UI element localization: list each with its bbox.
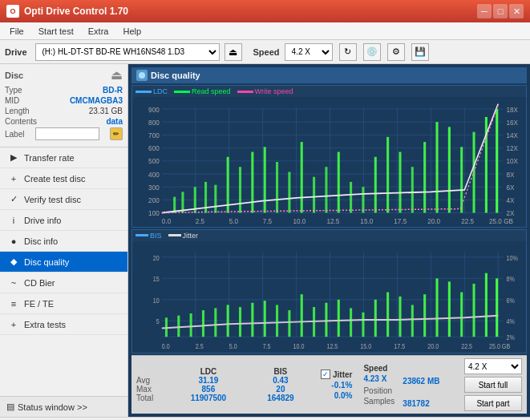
avg-bis-value: 0.43	[249, 376, 313, 385]
legend-bis: BIS	[136, 232, 162, 240]
read-speed-legend-color	[174, 91, 190, 93]
save-button[interactable]: 💾	[411, 43, 429, 61]
fe-te-icon: ≡	[8, 298, 19, 309]
svg-text:600: 600	[148, 144, 160, 153]
svg-rect-72	[435, 122, 438, 212]
eject-button[interactable]: ⏏	[225, 43, 242, 61]
jitter-legend-label: Jitter	[183, 232, 199, 240]
nav-fe-te-label: FE / TE	[24, 299, 54, 309]
svg-text:16X: 16X	[506, 118, 518, 127]
svg-text:100: 100	[148, 209, 160, 218]
speed-select[interactable]: 4.2 X	[285, 43, 333, 61]
nav-cd-bier-label: CD Bier	[24, 278, 55, 288]
speed-avg-value: 4.23 X	[363, 374, 394, 383]
sidebar-item-create-test-disc[interactable]: + Create test disc	[0, 168, 127, 189]
disc-section-title: Disc	[5, 71, 23, 80]
svg-text:22.5: 22.5	[461, 342, 472, 350]
svg-rect-71	[423, 142, 426, 212]
speed-label: Speed	[253, 47, 280, 57]
svg-text:5.0: 5.0	[229, 342, 237, 350]
sidebar-item-cd-bier[interactable]: ~ CD Bier	[0, 273, 127, 293]
maximize-button[interactable]: □	[493, 4, 508, 18]
svg-text:900: 900	[148, 105, 160, 114]
svg-text:10.0: 10.0	[293, 342, 304, 350]
drive-label: Drive	[5, 47, 27, 57]
status-window-label: Status window >>	[18, 402, 87, 412]
jitter-checkbox[interactable]: ✓	[321, 370, 330, 379]
svg-text:2%: 2%	[506, 333, 515, 341]
svg-text:25.0 GB: 25.0 GB	[489, 342, 511, 350]
samples-label: Samples	[363, 397, 394, 406]
svg-rect-62	[313, 177, 315, 213]
menu-extra[interactable]: Extra	[82, 25, 115, 38]
sidebar-item-transfer-rate[interactable]: ▶ Transfer rate	[0, 147, 127, 168]
status-window-icon: ▤	[6, 402, 14, 412]
verify-test-icon: ✓	[8, 194, 19, 205]
svg-text:300: 300	[148, 183, 160, 192]
progress-area: Tests completed 100.0% 3:27	[0, 417, 530, 420]
speed-dropdown[interactable]: 4.2 X	[464, 358, 522, 374]
svg-text:10X: 10X	[506, 157, 518, 166]
svg-rect-134	[411, 305, 414, 337]
svg-text:400: 400	[148, 170, 160, 179]
sidebar-item-verify-test-disc[interactable]: ✓ Verify test disc	[0, 189, 127, 210]
legend-write-speed: Write speed	[237, 87, 293, 95]
status-window-button[interactable]: ▤ Status window >>	[0, 396, 127, 417]
drive-info-icon: i	[8, 215, 19, 226]
menu-start-test[interactable]: Start test	[32, 25, 80, 38]
menu-help[interactable]: Help	[116, 25, 148, 38]
disc-eject-icon[interactable]: ⏏	[111, 67, 123, 83]
nav-create-test-label: Create test disc	[24, 174, 85, 184]
start-full-button[interactable]: Start full	[464, 377, 522, 393]
sidebar-item-disc-quality[interactable]: ◆ Disc quality	[0, 252, 127, 273]
sidebar-item-fe-te[interactable]: ≡ FE / TE	[0, 293, 127, 314]
start-part-button[interactable]: Start part	[464, 395, 522, 411]
ldc-legend-label: LDC	[153, 87, 168, 95]
bis-legend-color	[136, 234, 148, 236]
svg-text:12X: 12X	[506, 144, 518, 153]
label-input[interactable]	[35, 127, 99, 140]
disc-type-label: Type	[5, 86, 22, 95]
main-area: Disc ⏏ Type BD-R MID CMCMAGBA3 Length 23…	[0, 64, 530, 417]
svg-text:200: 200	[148, 196, 160, 204]
label-edit-button[interactable]: ✏	[110, 127, 123, 140]
chart-title-bar: Disc quality	[131, 67, 527, 83]
drive-select[interactable]: (H:) HL-DT-ST BD-RE WH16NS48 1.D3	[35, 43, 220, 61]
svg-text:18X: 18X	[506, 105, 518, 114]
disc-quality-icon: ◆	[8, 256, 19, 268]
menu-file[interactable]: File	[3, 25, 30, 38]
chart-title-icon	[136, 70, 148, 81]
ldc-col-header: LDC	[168, 367, 249, 376]
svg-text:17.5: 17.5	[394, 342, 405, 350]
total-ldc-value: 11907500	[168, 394, 249, 402]
disc-button[interactable]: 💿	[363, 43, 381, 61]
svg-text:500: 500	[148, 157, 160, 166]
sidebar-item-extra-tests[interactable]: + Extra tests	[0, 314, 127, 335]
disc-type-row: Type BD-R	[5, 86, 123, 95]
svg-rect-130	[362, 313, 364, 337]
svg-rect-60	[288, 172, 290, 212]
minimize-button[interactable]: ─	[477, 4, 492, 18]
disc-label-row: Label ✏	[5, 127, 123, 140]
refresh-button[interactable]: ↻	[339, 43, 357, 61]
svg-text:20.0: 20.0	[427, 342, 439, 350]
sidebar-item-drive-info[interactable]: i Drive info	[0, 210, 127, 231]
svg-text:700: 700	[148, 131, 160, 139]
svg-rect-68	[386, 137, 389, 213]
settings-button[interactable]: ⚙	[387, 43, 405, 61]
svg-text:2.5: 2.5	[196, 217, 204, 226]
close-button[interactable]: ✕	[509, 4, 524, 18]
svg-text:6%: 6%	[506, 297, 515, 305]
svg-rect-63	[325, 167, 327, 212]
sidebar-item-disc-info[interactable]: ● Disc info	[0, 231, 127, 252]
nav-drive-info-label: Drive info	[24, 216, 61, 225]
svg-point-0	[139, 72, 145, 79]
svg-rect-119	[227, 305, 229, 337]
write-speed-legend-label: Write speed	[255, 87, 293, 95]
stats-bottom-row: LDC BIS Avg 31.19 0.43 Max 856 20 Total …	[131, 355, 527, 414]
svg-text:15.0: 15.0	[360, 342, 371, 350]
svg-rect-137	[448, 281, 451, 337]
upper-chart-svg: 900 800 700 600 500 400 300 200 100 18X …	[132, 97, 526, 227]
upper-legend: LDC Read speed Write speed	[132, 86, 526, 97]
disc-contents-row: Contents data	[5, 117, 123, 126]
